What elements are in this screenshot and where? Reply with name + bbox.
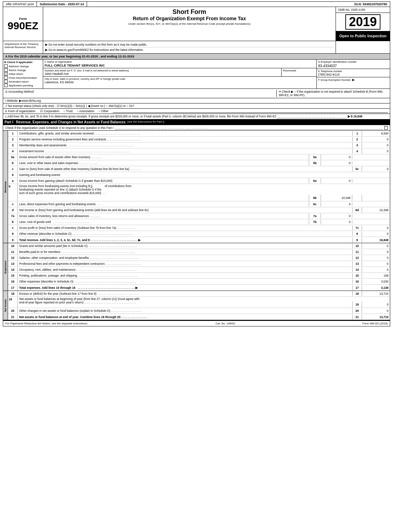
line-3-row: 3 Membership dues and assessments . . . … xyxy=(8,142,390,148)
c-label: C Name of organization xyxy=(45,60,315,63)
section-g: G Accounting Method: xyxy=(5,90,276,97)
net-assets-section: Net Assets 18 Excess or (deficit) for th… xyxy=(3,291,390,320)
revenue-section: Revenue 1 Contributions, gifts, grants, … xyxy=(3,131,390,243)
net-assets-label: Net Assets xyxy=(3,291,8,320)
line-6c-row: c Less: direct expenses from gaming and … xyxy=(8,201,390,207)
line-4-row: 4 Investment income . . . . . . . . . . … xyxy=(8,148,390,154)
line-6d-row: d Net income or (loss) from gaming and f… xyxy=(8,207,390,213)
expenses-section: Expenses 10 Grants and similar amounts p… xyxy=(3,243,390,291)
line-15-row: 15 Printing, publications, postage, and … xyxy=(8,273,390,279)
open-to-public: Open to Public Inspection xyxy=(336,31,390,41)
submission-date: Submission Date - 2020-07-14 xyxy=(37,2,87,7)
city-value: Lawrence, KS 66044 xyxy=(45,80,315,84)
checkbox-address-change[interactable]: Address change xyxy=(4,64,42,68)
street-label: Number and street (or P. O. box, if mail… xyxy=(45,69,280,72)
line-13-row: 13 Professional fees and other payments … xyxy=(8,261,390,267)
efile-label: efile GRAPHIC print xyxy=(3,2,37,7)
line-11-row: 11 Benefits paid to or for members . . .… xyxy=(8,249,390,255)
checkbox-final-return[interactable]: Final return/terminated xyxy=(4,76,42,79)
form-footer: For Paperwork Reduction Act Notice, see … xyxy=(3,320,390,326)
year-display: 2019 xyxy=(345,14,380,30)
line-1-row: 1 Contributions, gifts, grants, and simi… xyxy=(8,131,390,137)
form-number: 990EZ xyxy=(8,21,38,31)
line-14-row: 14 Occupancy, rent, utilities, and maint… xyxy=(8,267,390,273)
return-title: Return of Organization Exempt From Incom… xyxy=(45,16,334,21)
checkbox-application-pending[interactable]: Application pending xyxy=(4,84,42,87)
ein-value: 83-4334037 xyxy=(318,63,388,68)
revenue-label: Revenue xyxy=(3,131,8,243)
section-i: I Website: ▶www.ldcha.org xyxy=(3,98,390,103)
line-7b-row: b Less: cost of goods sold . . . . . . .… xyxy=(8,219,390,225)
form-ref: Form 990-EZ (2019) xyxy=(363,322,388,325)
line-10-row: 10 Grants and similar amounts paid (list… xyxy=(8,243,390,249)
section-a: A For the 2019 calendar year, or tax yea… xyxy=(3,54,390,60)
line-8-row: 8 Other revenue (describe in Schedule O)… xyxy=(8,231,390,237)
schedule-o-check-row: Check if the organization used Schedule … xyxy=(3,125,390,131)
part1-header: Part I Revenue, Expenses, and Changes in… xyxy=(3,119,390,125)
line-6b-row: b Gross income from fundraising events (… xyxy=(8,184,390,201)
under-section: Under section 501(c), 527, or 4947(a)(1)… xyxy=(45,22,334,25)
omb-number: OMB No. 1545-1150 xyxy=(336,7,390,13)
line-5b-row: b Less: cost or other basis and sales ex… xyxy=(8,160,390,166)
section-h: H Check ▶ ○ if the organization is not r… xyxy=(276,90,388,97)
city-label: City or town, state or province, country… xyxy=(45,77,315,80)
line-6a-row: a Gross income from gaming (attach Sched… xyxy=(8,178,390,184)
street-value: 1600 Haskell Ave xyxy=(45,72,280,76)
short-form-title: Short Form xyxy=(45,8,334,16)
line-21-row: 21 Net assets or fund balances at end of… xyxy=(8,314,390,320)
section-k: K Form of organization: ☑ Corporation ○ … xyxy=(3,109,390,114)
line-5a-row: 5a Gross amount from sale of assets othe… xyxy=(8,154,390,160)
line-16-row: 16 Other expenses (describe in Schedule … xyxy=(8,279,390,285)
e-label: E Telephone number xyxy=(318,70,388,73)
line-7c-row: c Gross profit or (loss) from sales of i… xyxy=(8,225,390,231)
line-6-header-row: 6 Gaming and fundraising events xyxy=(8,172,390,178)
form-page: efile GRAPHIC print Submission Date - 20… xyxy=(0,0,393,328)
line-5c-row: c Gain or (loss) from sale of assets oth… xyxy=(8,166,390,172)
line-19-row: 19 Net assets or fund balances at beginn… xyxy=(8,297,390,308)
line-9-row: 9 Total revenue. Add lines 1, 2, 3, 4, 5… xyxy=(8,237,390,243)
paperwork-notice: For Paperwork Reduction Act Notice, see … xyxy=(5,322,88,325)
room-label: Room/suite xyxy=(283,69,315,72)
section-l: L Add lines 5b, 6c, and 7b to line 9 to … xyxy=(3,114,390,119)
line-7a-row: 7a Gross sales of inventory, less return… xyxy=(8,213,390,219)
do-not-enter: ▶ Do not enter social security numbers o… xyxy=(45,42,333,47)
line-18-row: 18 Excess or (deficit) for the year (Sub… xyxy=(8,291,390,297)
d-label: D Employer identification number xyxy=(318,60,388,63)
section-j: J Tax-exempt status (check only one) - ☑… xyxy=(3,103,390,109)
section-b-label: B Check if applicable: xyxy=(4,61,42,64)
f-label: F Group Exemption Number xyxy=(318,78,351,82)
checkbox-initial-return[interactable]: ✓ Initial return xyxy=(4,72,42,76)
dln-label: DLN: 93492197020780 xyxy=(352,2,390,7)
checkbox-name-change[interactable]: Name change xyxy=(4,68,42,72)
org-name: FULL CIRCLE TENANT SERVICES INC xyxy=(45,63,315,67)
expenses-label: Expenses xyxy=(3,243,8,291)
line-17-row: 17 Total expenses. Add lines 10 through … xyxy=(8,285,390,291)
phone-value: (785) 842-8110 xyxy=(318,73,388,76)
go-to-link[interactable]: ▶ Go to www.irs.gov/Form990EZ for instru… xyxy=(45,47,333,52)
line-12-row: 12 Salaries, other compensation, and emp… xyxy=(8,255,390,261)
cat-no: Cat. No. 10642I xyxy=(215,322,235,325)
dept-name: Department of the Treasury Internal Reve… xyxy=(3,41,43,53)
line-2-row: 2 Program service revenue including gove… xyxy=(8,137,390,142)
checkbox-amended-return[interactable]: Amended return xyxy=(4,80,42,83)
line-20-row: 20 Other changes in net assets or fund b… xyxy=(8,308,390,314)
